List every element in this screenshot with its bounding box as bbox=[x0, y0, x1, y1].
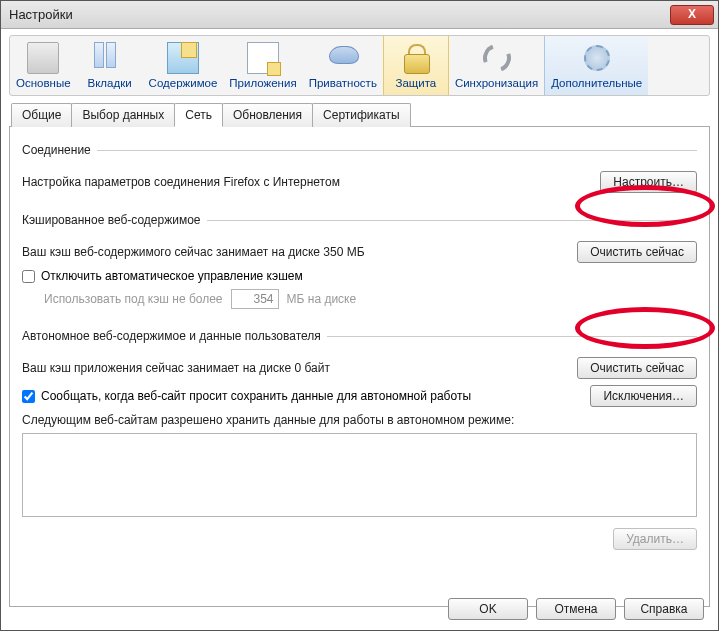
toolbar-item-privacy[interactable]: Приватность bbox=[303, 36, 383, 95]
toolbar-item-label: Содержимое bbox=[149, 77, 218, 89]
dialog-button-bar: OK Отмена Справка bbox=[448, 598, 704, 620]
clear-offline-button[interactable]: Очистить сейчас bbox=[577, 357, 697, 379]
ok-button[interactable]: OK bbox=[448, 598, 528, 620]
offline-group: Автономное веб-содержимое и данные польз… bbox=[22, 329, 697, 556]
cache-usage-text: Ваш кэш веб-содержимого сейчас занимает … bbox=[22, 245, 569, 259]
tab-certificates[interactable]: Сертификаты bbox=[312, 103, 411, 127]
cache-group: Кэшированное веб-содержимое Ваш кэш веб-… bbox=[22, 213, 697, 315]
tabs-icon bbox=[94, 42, 126, 74]
notify-offline-checkbox[interactable] bbox=[22, 390, 35, 403]
toolbar-item-label: Защита bbox=[390, 77, 442, 89]
cache-limit-label-before: Использовать под кэш не более bbox=[44, 292, 223, 306]
tab-network[interactable]: Сеть bbox=[174, 103, 223, 127]
offline-usage-text: Ваш кэш приложения сейчас занимает на ди… bbox=[22, 361, 569, 375]
toolbar-item-label: Приложения bbox=[229, 77, 296, 89]
notify-offline-label[interactable]: Сообщать, когда веб-сайт просит сохранит… bbox=[41, 389, 471, 403]
toolbar-item-tabs[interactable]: Вкладки bbox=[77, 36, 143, 95]
cache-limit-label-after: МБ на диске bbox=[287, 292, 357, 306]
tab-updates[interactable]: Обновления bbox=[222, 103, 313, 127]
titlebar: Настройки X bbox=[1, 1, 718, 29]
disable-auto-cache-checkbox[interactable] bbox=[22, 270, 35, 283]
category-toolbar: Основные Вкладки Содержимое Приложения П… bbox=[9, 35, 710, 96]
connection-text: Настройка параметров соединения Firefox … bbox=[22, 175, 592, 189]
toolbar-item-apps[interactable]: Приложения bbox=[223, 36, 302, 95]
disable-auto-cache-label[interactable]: Отключить автоматическое управление кэше… bbox=[41, 269, 303, 283]
connection-group: Соединение Настройка параметров соединен… bbox=[22, 143, 697, 199]
apps-icon bbox=[247, 42, 279, 74]
help-button[interactable]: Справка bbox=[624, 598, 704, 620]
tab-general[interactable]: Общие bbox=[11, 103, 72, 127]
sync-icon bbox=[481, 42, 513, 74]
toolbar-item-basic[interactable]: Основные bbox=[10, 36, 77, 95]
connection-settings-button[interactable]: Настроить… bbox=[600, 171, 697, 193]
toolbar-item-label: Приватность bbox=[309, 77, 377, 89]
offline-sites-label: Следующим веб-сайтам разрешено хранить д… bbox=[22, 413, 697, 427]
mask-icon bbox=[327, 42, 359, 74]
offline-sites-list[interactable] bbox=[22, 433, 697, 517]
connection-legend: Соединение bbox=[22, 143, 97, 157]
gear-icon bbox=[581, 42, 613, 74]
toolbar-item-label: Вкладки bbox=[83, 77, 137, 89]
window-title: Настройки bbox=[5, 7, 670, 22]
content-icon bbox=[167, 42, 199, 74]
tab-data-choices[interactable]: Выбор данных bbox=[71, 103, 175, 127]
toolbar-item-security[interactable]: Защита bbox=[383, 36, 449, 95]
window-body: Основные Вкладки Содержимое Приложения П… bbox=[1, 29, 718, 615]
toolbar-item-advanced[interactable]: Дополнительные bbox=[544, 36, 648, 95]
close-button[interactable]: X bbox=[670, 5, 714, 25]
offline-legend: Автономное веб-содержимое и данные польз… bbox=[22, 329, 327, 343]
cancel-button[interactable]: Отмена bbox=[536, 598, 616, 620]
delete-site-button[interactable]: Удалить… bbox=[613, 528, 697, 550]
monitor-icon bbox=[27, 42, 59, 74]
cache-legend: Кэшированное веб-содержимое bbox=[22, 213, 207, 227]
toolbar-item-content[interactable]: Содержимое bbox=[143, 36, 224, 95]
tabstrip: Общие Выбор данных Сеть Обновления Серти… bbox=[9, 102, 710, 127]
exceptions-button[interactable]: Исключения… bbox=[590, 385, 697, 407]
settings-window: Настройки X Основные Вкладки Содержимое … bbox=[0, 0, 719, 631]
cache-limit-input[interactable] bbox=[231, 289, 279, 309]
lock-icon bbox=[400, 42, 432, 74]
toolbar-item-label: Синхронизация bbox=[455, 77, 538, 89]
toolbar-item-label: Дополнительные bbox=[551, 77, 642, 89]
network-panel: Соединение Настройка параметров соединен… bbox=[9, 127, 710, 607]
toolbar-item-sync[interactable]: Синхронизация bbox=[449, 36, 544, 95]
toolbar-item-label: Основные bbox=[16, 77, 71, 89]
clear-cache-button[interactable]: Очистить сейчас bbox=[577, 241, 697, 263]
